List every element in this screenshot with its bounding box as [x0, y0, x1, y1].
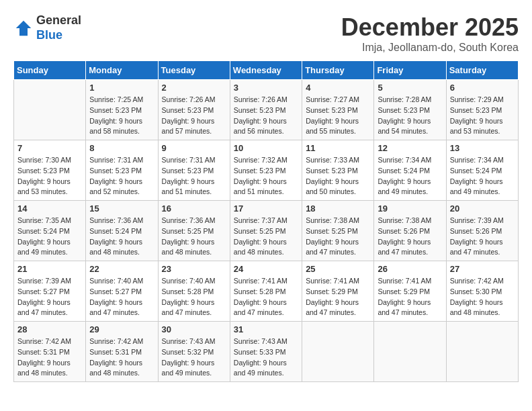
calendar-cell [302, 322, 374, 382]
day-header-monday: Monday [86, 61, 158, 80]
day-info: Sunrise: 7:41 AMSunset: 5:29 PMDaylight:… [378, 276, 442, 318]
day-header-wednesday: Wednesday [230, 61, 302, 80]
calendar-cell: 31Sunrise: 7:43 AMSunset: 5:33 PMDayligh… [230, 322, 302, 382]
day-number: 13 [450, 143, 515, 153]
day-info: Sunrise: 7:43 AMSunset: 5:32 PMDaylight:… [162, 336, 226, 379]
day-number: 27 [450, 264, 515, 274]
calendar-cell: 17Sunrise: 7:37 AMSunset: 5:25 PMDayligh… [230, 201, 302, 261]
day-number: 4 [306, 83, 370, 93]
calendar-cell: 28Sunrise: 7:42 AMSunset: 5:31 PMDayligh… [14, 322, 86, 382]
day-info: Sunrise: 7:31 AMSunset: 5:23 PMDaylight:… [89, 155, 154, 197]
day-number: 26 [378, 264, 442, 274]
day-number: 23 [162, 264, 226, 274]
title-block: December 2025 Imja, Jeollanam-do, South … [341, 13, 519, 54]
calendar-cell: 10Sunrise: 7:32 AMSunset: 5:23 PMDayligh… [230, 140, 302, 201]
calendar-cell: 15Sunrise: 7:36 AMSunset: 5:24 PMDayligh… [86, 201, 158, 261]
calendar-cell: 3Sunrise: 7:26 AMSunset: 5:23 PMDaylight… [230, 80, 302, 140]
calendar-cell [14, 80, 86, 140]
day-info: Sunrise: 7:26 AMSunset: 5:23 PMDaylight:… [162, 95, 226, 137]
day-number: 20 [450, 203, 515, 214]
week-row-4: 21Sunrise: 7:39 AMSunset: 5:27 PMDayligh… [14, 261, 519, 322]
calendar-cell: 14Sunrise: 7:35 AMSunset: 5:24 PMDayligh… [14, 201, 86, 261]
day-number: 12 [378, 143, 442, 153]
day-number: 17 [234, 203, 298, 214]
calendar-header-row: SundayMondayTuesdayWednesdayThursdayFrid… [14, 61, 519, 80]
day-number: 21 [17, 264, 82, 274]
day-number: 1 [89, 83, 154, 93]
svg-marker-0 [16, 20, 32, 36]
day-number: 3 [234, 83, 298, 93]
day-number: 15 [89, 203, 154, 214]
day-info: Sunrise: 7:25 AMSunset: 5:23 PMDaylight:… [89, 95, 154, 137]
day-header-sunday: Sunday [14, 61, 86, 80]
calendar-cell: 6Sunrise: 7:29 AMSunset: 5:23 PMDaylight… [446, 80, 518, 140]
day-info: Sunrise: 7:31 AMSunset: 5:23 PMDaylight:… [162, 155, 226, 197]
calendar-cell [374, 322, 446, 382]
week-row-5: 28Sunrise: 7:42 AMSunset: 5:31 PMDayligh… [14, 322, 519, 382]
calendar-cell: 27Sunrise: 7:42 AMSunset: 5:30 PMDayligh… [446, 261, 518, 322]
day-info: Sunrise: 7:42 AMSunset: 5:31 PMDaylight:… [89, 336, 154, 379]
day-header-thursday: Thursday [302, 61, 374, 80]
day-info: Sunrise: 7:42 AMSunset: 5:30 PMDaylight:… [450, 276, 515, 318]
day-number: 11 [306, 143, 370, 153]
day-info: Sunrise: 7:28 AMSunset: 5:23 PMDaylight:… [378, 95, 442, 137]
day-info: Sunrise: 7:34 AMSunset: 5:24 PMDaylight:… [450, 155, 515, 197]
calendar-cell: 21Sunrise: 7:39 AMSunset: 5:27 PMDayligh… [14, 261, 86, 322]
day-info: Sunrise: 7:36 AMSunset: 5:25 PMDaylight:… [162, 216, 226, 258]
calendar-cell: 8Sunrise: 7:31 AMSunset: 5:23 PMDaylight… [86, 140, 158, 201]
page-header: General Blue December 2025 Imja, Jeollan… [13, 13, 519, 54]
day-info: Sunrise: 7:42 AMSunset: 5:31 PMDaylight:… [17, 336, 82, 379]
calendar-cell: 1Sunrise: 7:25 AMSunset: 5:23 PMDaylight… [86, 80, 158, 140]
day-info: Sunrise: 7:36 AMSunset: 5:24 PMDaylight:… [89, 216, 154, 258]
location: Imja, Jeollanam-do, South Korea [341, 42, 519, 54]
logo-text: General Blue [36, 13, 81, 42]
calendar-cell [446, 322, 518, 382]
day-info: Sunrise: 7:30 AMSunset: 5:23 PMDaylight:… [17, 155, 82, 197]
calendar-cell: 22Sunrise: 7:40 AMSunset: 5:27 PMDayligh… [86, 261, 158, 322]
week-row-1: 1Sunrise: 7:25 AMSunset: 5:23 PMDaylight… [14, 80, 519, 140]
day-info: Sunrise: 7:38 AMSunset: 5:26 PMDaylight:… [378, 216, 442, 258]
day-number: 8 [89, 143, 154, 153]
calendar-cell: 2Sunrise: 7:26 AMSunset: 5:23 PMDaylight… [158, 80, 230, 140]
calendar-cell: 16Sunrise: 7:36 AMSunset: 5:25 PMDayligh… [158, 201, 230, 261]
day-number: 18 [306, 203, 370, 214]
day-info: Sunrise: 7:41 AMSunset: 5:28 PMDaylight:… [234, 276, 298, 318]
day-header-friday: Friday [374, 61, 446, 80]
week-row-2: 7Sunrise: 7:30 AMSunset: 5:23 PMDaylight… [14, 140, 519, 201]
day-number: 31 [234, 324, 298, 334]
calendar-cell: 30Sunrise: 7:43 AMSunset: 5:32 PMDayligh… [158, 322, 230, 382]
calendar-cell: 19Sunrise: 7:38 AMSunset: 5:26 PMDayligh… [374, 201, 446, 261]
day-info: Sunrise: 7:32 AMSunset: 5:23 PMDaylight:… [234, 155, 298, 197]
day-info: Sunrise: 7:33 AMSunset: 5:23 PMDaylight:… [306, 155, 370, 197]
calendar-cell: 26Sunrise: 7:41 AMSunset: 5:29 PMDayligh… [374, 261, 446, 322]
day-info: Sunrise: 7:35 AMSunset: 5:24 PMDaylight:… [17, 216, 82, 258]
day-number: 7 [17, 143, 82, 153]
day-header-tuesday: Tuesday [158, 61, 230, 80]
day-number: 5 [378, 83, 442, 93]
calendar-cell: 18Sunrise: 7:38 AMSunset: 5:25 PMDayligh… [302, 201, 374, 261]
day-info: Sunrise: 7:34 AMSunset: 5:24 PMDaylight:… [378, 155, 442, 197]
calendar-cell: 5Sunrise: 7:28 AMSunset: 5:23 PMDaylight… [374, 80, 446, 140]
day-info: Sunrise: 7:29 AMSunset: 5:23 PMDaylight:… [450, 95, 515, 137]
day-info: Sunrise: 7:43 AMSunset: 5:33 PMDaylight:… [234, 336, 298, 379]
calendar-cell: 25Sunrise: 7:41 AMSunset: 5:29 PMDayligh… [302, 261, 374, 322]
calendar-cell: 20Sunrise: 7:39 AMSunset: 5:26 PMDayligh… [446, 201, 518, 261]
day-number: 25 [306, 264, 370, 274]
day-info: Sunrise: 7:39 AMSunset: 5:26 PMDaylight:… [450, 216, 515, 258]
day-info: Sunrise: 7:40 AMSunset: 5:27 PMDaylight:… [89, 276, 154, 318]
day-number: 29 [89, 324, 154, 334]
day-number: 22 [89, 264, 154, 274]
logo: General Blue [13, 13, 81, 42]
logo-general: General [36, 13, 81, 27]
calendar-cell: 9Sunrise: 7:31 AMSunset: 5:23 PMDaylight… [158, 140, 230, 201]
day-info: Sunrise: 7:40 AMSunset: 5:28 PMDaylight:… [162, 276, 226, 318]
day-info: Sunrise: 7:26 AMSunset: 5:23 PMDaylight:… [234, 95, 298, 137]
day-number: 24 [234, 264, 298, 274]
day-number: 16 [162, 203, 226, 214]
day-number: 30 [162, 324, 226, 334]
calendar-table: SundayMondayTuesdayWednesdayThursdayFrid… [13, 60, 519, 382]
day-header-saturday: Saturday [446, 61, 518, 80]
logo-blue: Blue [36, 28, 62, 42]
day-number: 14 [17, 203, 82, 214]
calendar-cell: 29Sunrise: 7:42 AMSunset: 5:31 PMDayligh… [86, 322, 158, 382]
